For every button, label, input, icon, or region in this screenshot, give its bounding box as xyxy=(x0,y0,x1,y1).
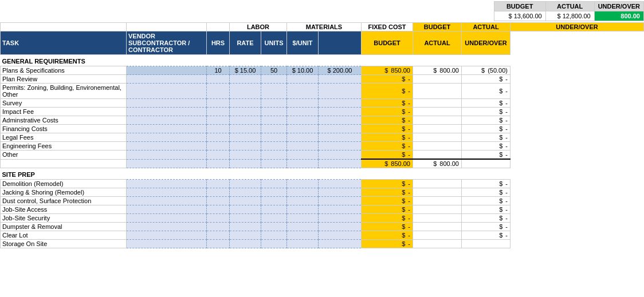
units-cell[interactable] xyxy=(261,231,287,240)
hrs-cell[interactable] xyxy=(207,188,230,197)
unit-cost-cell[interactable] xyxy=(287,240,319,248)
rate-cell[interactable] xyxy=(230,214,261,223)
vendor-cell[interactable] xyxy=(127,151,207,160)
hrs-cell[interactable] xyxy=(207,214,230,223)
vendor-cell[interactable] xyxy=(127,197,207,205)
rate-cell[interactable] xyxy=(230,133,261,142)
hrs-cell[interactable] xyxy=(207,116,230,125)
units-cell[interactable] xyxy=(261,133,287,142)
unit-cost-cell[interactable] xyxy=(287,142,319,151)
unit-cost-cell[interactable] xyxy=(287,205,319,214)
hrs-cell[interactable] xyxy=(207,151,230,160)
fixed-cell[interactable] xyxy=(319,151,362,160)
fixed-cell[interactable] xyxy=(319,231,362,240)
unit-cost-cell[interactable] xyxy=(287,99,319,108)
vendor-cell[interactable] xyxy=(127,125,207,133)
hrs-cell[interactable]: 10 xyxy=(207,66,230,75)
unit-cost-cell[interactable] xyxy=(287,133,319,142)
hrs-cell[interactable] xyxy=(207,84,230,99)
unit-cost-cell[interactable] xyxy=(287,214,319,223)
hrs-cell[interactable] xyxy=(207,75,230,84)
units-cell[interactable] xyxy=(261,75,287,84)
rate-cell[interactable] xyxy=(230,116,261,125)
hrs-cell[interactable] xyxy=(207,205,230,214)
rate-cell[interactable] xyxy=(230,108,261,116)
unit-cost-cell[interactable]: $ 10.00 xyxy=(287,66,319,75)
units-cell[interactable] xyxy=(261,188,287,197)
rate-cell[interactable] xyxy=(230,151,261,160)
units-cell[interactable] xyxy=(261,116,287,125)
rate-cell[interactable] xyxy=(230,75,261,84)
fixed-cell[interactable] xyxy=(319,125,362,133)
vendor-cell[interactable] xyxy=(127,223,207,231)
rate-cell[interactable] xyxy=(230,99,261,108)
rate-cell[interactable] xyxy=(230,197,261,205)
unit-cost-cell[interactable] xyxy=(287,75,319,84)
fixed-cell[interactable] xyxy=(319,205,362,214)
unit-cost-cell[interactable] xyxy=(287,151,319,160)
vendor-cell[interactable] xyxy=(127,188,207,197)
fixed-cell[interactable] xyxy=(319,197,362,205)
units-cell[interactable] xyxy=(261,214,287,223)
fixed-cell[interactable] xyxy=(319,99,362,108)
hrs-cell[interactable] xyxy=(207,180,230,188)
unit-cost-cell[interactable] xyxy=(287,231,319,240)
units-cell[interactable] xyxy=(261,108,287,116)
units-cell[interactable] xyxy=(261,223,287,231)
vendor-cell[interactable] xyxy=(127,205,207,214)
vendor-cell[interactable] xyxy=(127,142,207,151)
hrs-cell[interactable] xyxy=(207,142,230,151)
hrs-cell[interactable] xyxy=(207,99,230,108)
fixed-cell[interactable] xyxy=(319,116,362,125)
unit-cost-cell[interactable] xyxy=(287,188,319,197)
vendor-cell[interactable] xyxy=(127,214,207,223)
vendor-cell[interactable] xyxy=(127,108,207,116)
hrs-cell[interactable] xyxy=(207,223,230,231)
rate-cell[interactable] xyxy=(230,180,261,188)
units-cell[interactable] xyxy=(261,125,287,133)
vendor-cell[interactable] xyxy=(127,231,207,240)
rate-cell[interactable] xyxy=(230,84,261,99)
units-cell[interactable] xyxy=(261,84,287,99)
vendor-cell[interactable] xyxy=(127,180,207,188)
hrs-cell[interactable] xyxy=(207,231,230,240)
units-cell[interactable] xyxy=(261,205,287,214)
vendor-cell[interactable] xyxy=(127,116,207,125)
unit-cost-cell[interactable] xyxy=(287,84,319,99)
rate-cell[interactable] xyxy=(230,142,261,151)
vendor-cell[interactable] xyxy=(127,133,207,142)
unit-cost-cell[interactable] xyxy=(287,197,319,205)
hrs-cell[interactable] xyxy=(207,197,230,205)
rate-cell[interactable] xyxy=(230,240,261,248)
hrs-cell[interactable] xyxy=(207,108,230,116)
vendor-cell[interactable] xyxy=(127,75,207,84)
unit-cost-cell[interactable] xyxy=(287,116,319,125)
unit-cost-cell[interactable] xyxy=(287,223,319,231)
fixed-cell[interactable] xyxy=(319,142,362,151)
fixed-cell[interactable] xyxy=(319,108,362,116)
fixed-cell[interactable] xyxy=(319,75,362,84)
fixed-cell[interactable] xyxy=(319,223,362,231)
hrs-cell[interactable] xyxy=(207,133,230,142)
rate-cell[interactable] xyxy=(230,205,261,214)
rate-cell[interactable] xyxy=(230,231,261,240)
fixed-cell[interactable] xyxy=(319,84,362,99)
fixed-cell[interactable] xyxy=(319,133,362,142)
vendor-cell[interactable] xyxy=(127,240,207,248)
units-cell[interactable] xyxy=(261,99,287,108)
hrs-cell[interactable] xyxy=(207,125,230,133)
rate-cell[interactable]: $ 15.00 xyxy=(230,66,261,75)
hrs-cell[interactable] xyxy=(207,240,230,248)
unit-cost-cell[interactable] xyxy=(287,108,319,116)
fixed-cell[interactable] xyxy=(319,188,362,197)
fixed-cell[interactable] xyxy=(319,180,362,188)
units-cell[interactable]: 50 xyxy=(261,66,287,75)
units-cell[interactable] xyxy=(261,151,287,160)
vendor-cell[interactable] xyxy=(127,84,207,99)
unit-cost-cell[interactable] xyxy=(287,180,319,188)
vendor-cell[interactable] xyxy=(127,99,207,108)
units-cell[interactable] xyxy=(261,142,287,151)
fixed-cell[interactable] xyxy=(319,214,362,223)
units-cell[interactable] xyxy=(261,180,287,188)
fixed-cell[interactable]: $ 200.00 xyxy=(319,66,362,75)
